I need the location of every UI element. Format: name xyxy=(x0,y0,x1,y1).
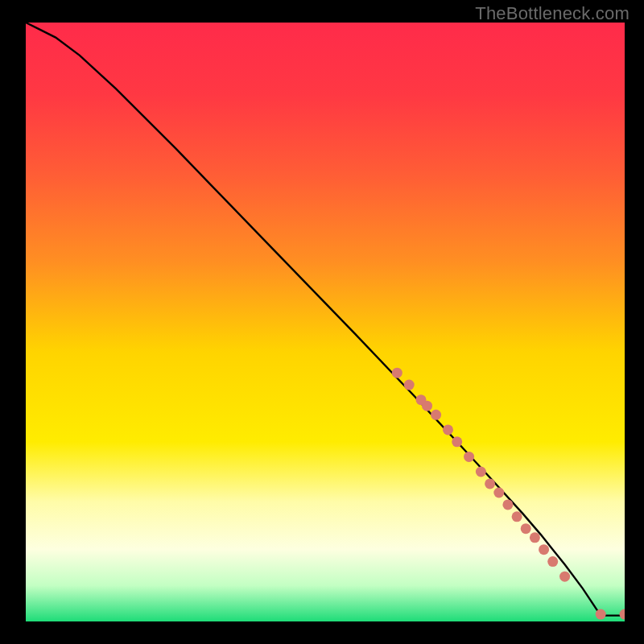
scatter-point xyxy=(521,523,531,534)
scatter-point xyxy=(493,488,504,498)
scatter-point xyxy=(596,609,606,620)
gradient-background xyxy=(26,23,625,621)
scatter-point xyxy=(502,499,513,510)
plot-svg xyxy=(26,23,625,621)
scatter-point xyxy=(404,380,415,390)
plot-area xyxy=(26,23,625,621)
scatter-point xyxy=(512,511,522,522)
scatter-point xyxy=(485,478,495,489)
scatter-point xyxy=(476,467,486,477)
scatter-point xyxy=(530,532,540,543)
chart-frame: TheBottleneck.com xyxy=(0,0,644,644)
scatter-point xyxy=(452,436,462,447)
scatter-point xyxy=(547,556,558,567)
scatter-point xyxy=(559,572,570,582)
scatter-point xyxy=(464,452,474,462)
scatter-point xyxy=(539,544,549,555)
scatter-point xyxy=(422,401,432,411)
watermark-text: TheBottleneck.com xyxy=(475,3,630,24)
scatter-point xyxy=(392,368,402,378)
scatter-point xyxy=(443,424,453,435)
scatter-point xyxy=(431,410,441,420)
